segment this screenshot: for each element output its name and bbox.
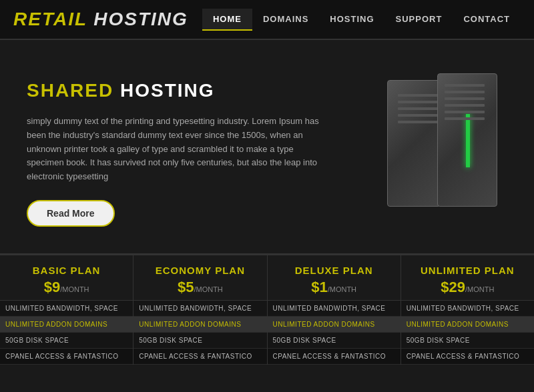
logo-hosting-text: HOSTING (93, 9, 188, 29)
server-slot (445, 91, 485, 93)
plan-price-period-0: /MONTH (60, 285, 89, 293)
plan-price-3: $29/MONTH (408, 279, 527, 296)
server-slot (445, 111, 485, 113)
plan-header-2: DELUXE PLAN$1/MONTH (268, 255, 400, 301)
plan-card-3: UNLIMITED PLAN$29/MONTHUNLIMITED BANDWID… (401, 255, 534, 365)
plan-card-0: BASIC PLAN$9/MONTHUNLIMITED BANDWIDTH, S… (0, 255, 134, 365)
hero-description: simply dummy text of the printing and ty… (27, 115, 320, 184)
plan-feature-1-3: CPANEL ACCESS & FANTASTICO (134, 349, 266, 365)
server-slots-right (445, 84, 485, 124)
server-slot (445, 97, 485, 100)
logo: RETAIL HOSTING (13, 9, 188, 30)
nav-domains[interactable]: DOMAINS (252, 9, 319, 31)
server-slot (398, 94, 438, 97)
nav-home[interactable]: HOME (202, 9, 252, 31)
plan-feature-1-2: 50GB DISK SPACE (134, 333, 266, 349)
server-slot (398, 114, 438, 117)
nav-support[interactable]: SUPPORT (385, 9, 453, 31)
nav-contact[interactable]: CONTACT (453, 9, 521, 31)
plan-feature-2-2: 50GB DISK SPACE (268, 333, 400, 349)
plan-feature-2-0: UNLIMITED BANDWIDTH, SPACE (268, 301, 400, 317)
server-slot (445, 84, 485, 87)
server-right (437, 73, 497, 207)
plan-price-2: $1/MONTH (274, 279, 394, 296)
read-more-button[interactable]: Read more (27, 200, 115, 227)
hero-title: SHARED HOSTING (27, 80, 320, 101)
plan-feature-3-2: 50GB DISK SPACE (401, 333, 534, 349)
plan-header-3: UNLIMITED PLAN$29/MONTH (401, 255, 534, 301)
pricing-section: BASIC PLAN$9/MONTHUNLIMITED BANDWIDTH, S… (0, 253, 534, 365)
hero-content: SHARED HOSTING simply dummy text of the … (27, 80, 320, 227)
plan-name-0: BASIC PLAN (7, 265, 126, 276)
plan-price-period-1: /MONTH (194, 285, 222, 293)
plan-price-1: $5/MONTH (140, 279, 260, 296)
plan-feature-3-1: UNLIMITED ADDON DOMAINS (401, 317, 534, 333)
plan-feature-0-2: 50GB DISK SPACE (0, 333, 133, 349)
plan-header-0: BASIC PLAN$9/MONTH (0, 255, 133, 301)
server-slot (398, 101, 438, 103)
server-slots-left (398, 94, 438, 127)
plan-feature-1-1: UNLIMITED ADDON DOMAINS (134, 317, 266, 333)
plan-feature-3-0: UNLIMITED BANDWIDTH, SPACE (401, 301, 534, 317)
plan-price-amount-2: $1 (311, 279, 327, 295)
plan-name-3: UNLIMITED PLAN (408, 265, 527, 276)
plan-price-period-2: /MONTH (328, 285, 356, 293)
plan-feature-0-0: UNLIMITED BANDWIDTH, SPACE (0, 301, 133, 317)
server-image (387, 73, 507, 207)
hero-title-shared: SHARED (27, 80, 113, 101)
server-slot (398, 121, 438, 123)
plan-name-2: DELUXE PLAN (274, 265, 394, 276)
server-left (387, 80, 441, 207)
plan-card-2: DELUXE PLAN$1/MONTHUNLIMITED BANDWIDTH, … (268, 255, 401, 365)
hero-section: SHARED HOSTING simply dummy text of the … (0, 40, 534, 253)
plan-price-amount-1: $5 (178, 279, 194, 295)
plan-header-1: ECONOMY PLAN$5/MONTH (134, 255, 266, 301)
logo-retail-text: RETAIL (13, 9, 87, 29)
plan-card-1: ECONOMY PLAN$5/MONTHUNLIMITED BANDWIDTH,… (134, 255, 267, 365)
plan-name-1: ECONOMY PLAN (140, 265, 260, 276)
plan-feature-0-1: UNLIMITED ADDON DOMAINS (0, 317, 133, 333)
plan-feature-1-0: UNLIMITED BANDWIDTH, SPACE (134, 301, 266, 317)
navigation: HOME DOMAINS HOSTING SUPPORT CONTACT (202, 9, 521, 31)
hero-title-hosting: HOSTING (120, 80, 215, 101)
plan-price-amount-0: $9 (44, 279, 60, 295)
plan-feature-2-1: UNLIMITED ADDON DOMAINS (268, 317, 400, 333)
server-slot (398, 107, 438, 110)
nav-hosting[interactable]: HOSTING (319, 9, 384, 31)
plan-feature-2-3: CPANEL ACCESS & FANTASTICO (268, 349, 400, 365)
plan-feature-3-3: CPANEL ACCESS & FANTASTICO (401, 349, 534, 365)
plan-price-amount-3: $29 (441, 279, 465, 295)
plan-feature-0-3: CPANEL ACCESS & FANTASTICO (0, 349, 133, 365)
server-slot (445, 104, 485, 107)
plan-price-period-3: /MONTH (465, 285, 494, 293)
plan-price-0: $9/MONTH (7, 279, 126, 296)
header: RETAIL HOSTING HOME DOMAINS HOSTING SUPP… (0, 0, 534, 40)
server-slot (445, 117, 485, 120)
